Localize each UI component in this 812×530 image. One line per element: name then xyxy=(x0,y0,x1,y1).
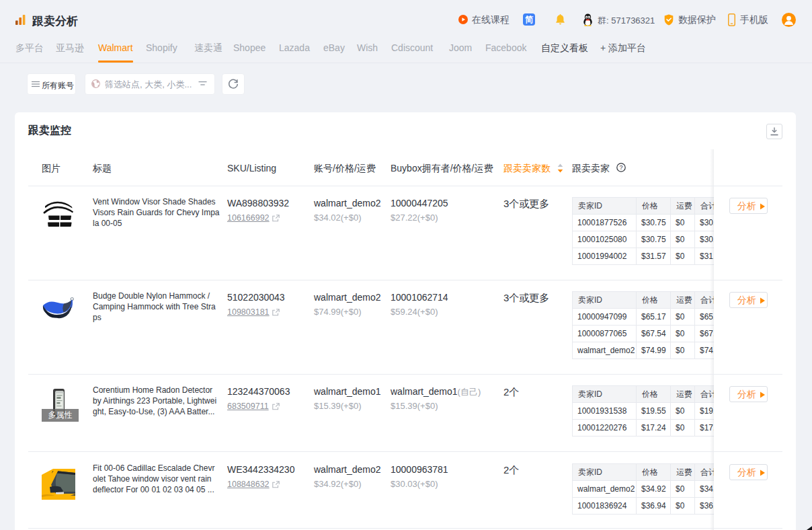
svg-text:?: ? xyxy=(619,164,622,171)
